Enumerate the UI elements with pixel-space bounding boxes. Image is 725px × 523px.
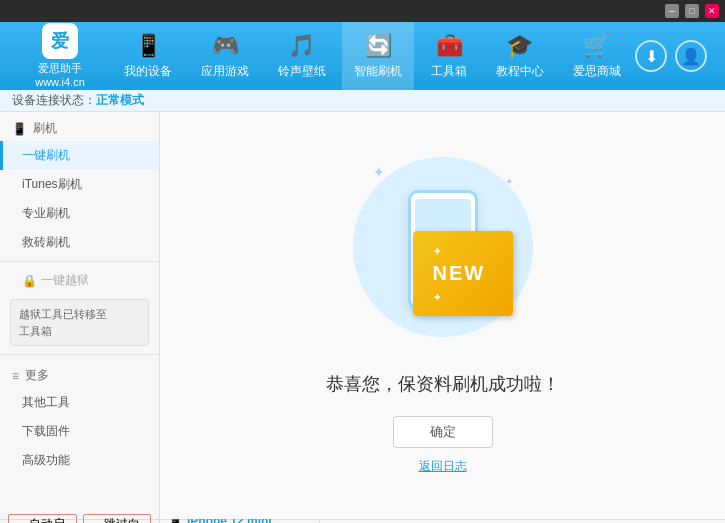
success-message: 恭喜您，保资料刷机成功啦！ (326, 372, 560, 396)
nav-apps-games-label: 应用游戏 (201, 63, 249, 80)
header-right: ⬇ 👤 (635, 40, 715, 72)
jailbreak-info-text: 越狱工具已转移至工具箱 (19, 308, 107, 337)
sidebar-item-advanced[interactable]: 高级功能 (0, 446, 159, 475)
other-tools-label: 其他工具 (22, 395, 70, 409)
skip-wizard-label: 跳过向导 (104, 516, 147, 524)
nav-tutorial-label: 教程中心 (496, 63, 544, 80)
nav-shop-label: 爱思商城 (573, 63, 621, 80)
connection-status-label: 设备连接状态： (12, 92, 96, 109)
nav-smart-flash-label: 智能刷机 (354, 63, 402, 80)
sidebar-item-one-click-flash[interactable]: 一键刷机 (0, 141, 159, 170)
download-button[interactable]: ⬇ (635, 40, 667, 72)
itunes-flash-label: iTunes刷机 (22, 177, 82, 191)
confirm-button-label: 确定 (430, 423, 456, 441)
sparkle-decoration-2: ✦ (505, 176, 513, 187)
connection-status-value: 正常模式 (96, 92, 144, 109)
skip-wizard-checkbox-label[interactable]: 跳过向导 (83, 514, 152, 524)
main-layout: 📱 刷机 一键刷机 iTunes刷机 专业刷机 救砖刷机 🔒 一键越狱 越狱工具… (0, 112, 725, 519)
back-to-log-link[interactable]: 返回日志 (419, 458, 467, 475)
tutorial-icon: 🎓 (506, 33, 533, 59)
account-button[interactable]: 👤 (675, 40, 707, 72)
auto-start-label: 自动启动 (29, 516, 72, 524)
advanced-label: 高级功能 (22, 453, 70, 467)
nav-toolbox[interactable]: 🧰 工具箱 (419, 22, 479, 90)
sidebar: 📱 刷机 一键刷机 iTunes刷机 专业刷机 救砖刷机 🔒 一键越狱 越狱工具… (0, 112, 160, 519)
maximize-button[interactable]: □ (685, 4, 699, 18)
sidebar-info-box: 越狱工具已转移至工具箱 (10, 299, 149, 346)
restore-flash-label: 救砖刷机 (22, 235, 70, 249)
connection-status-bar: 设备连接状态： 正常模式 (0, 90, 725, 112)
one-click-flash-label: 一键刷机 (22, 148, 70, 162)
nav-toolbox-label: 工具箱 (431, 63, 467, 80)
flash-section-icon: 📱 (12, 122, 27, 136)
nav-ringtone-label: 铃声壁纸 (278, 63, 326, 80)
nav-my-device-label: 我的设备 (124, 63, 172, 80)
nav-my-device[interactable]: 📱 我的设备 (112, 22, 184, 90)
ringtone-icon: 🎵 (288, 33, 315, 59)
minimize-button[interactable]: ─ (665, 4, 679, 18)
status-bar: 自动启动 跳过向导 📱 iPhone 12 mini 64GB Down-12m… (0, 519, 725, 523)
more-section-icon: ≡ (12, 369, 19, 383)
sidebar-divider-2 (0, 354, 159, 355)
main-content: ✦ ✦ NEW 恭喜您，保资料刷机成功啦！ 确定 返回日志 (160, 112, 725, 519)
logo-url: www.i4.cn (35, 75, 85, 89)
nav-items: 📱 我的设备 🎮 应用游戏 🎵 铃声壁纸 🔄 智能刷机 🧰 工具箱 🎓 教程中心… (110, 22, 635, 90)
sidebar-section-jailbreak: 🔒 一键越狱 (0, 266, 159, 295)
sidebar-section-more: ≡ 更多 (0, 359, 159, 388)
sidebar-item-pro-flash[interactable]: 专业刷机 (0, 199, 159, 228)
sidebar-item-restore-flash[interactable]: 救砖刷机 (0, 228, 159, 257)
pro-flash-label: 专业刷机 (22, 206, 70, 220)
my-device-icon: 📱 (135, 33, 162, 59)
sidebar-item-download-firmware[interactable]: 下载固件 (0, 417, 159, 446)
more-section-title: 更多 (25, 367, 49, 384)
nav-tutorial[interactable]: 🎓 教程中心 (484, 22, 556, 90)
new-banner: NEW (413, 231, 513, 316)
download-firmware-label: 下载固件 (22, 424, 70, 438)
smart-flash-icon: 🔄 (365, 33, 392, 59)
flash-section-title: 刷机 (33, 120, 57, 137)
auto-start-checkbox-label[interactable]: 自动启动 (8, 514, 77, 524)
success-illustration: ✦ ✦ NEW (343, 156, 543, 356)
nav-apps-games[interactable]: 🎮 应用游戏 (189, 22, 261, 90)
close-button[interactable]: ✕ (705, 4, 719, 18)
jailbreak-section-title: 一键越狱 (41, 272, 89, 289)
title-bar: ─ □ ✕ (0, 0, 725, 22)
sidebar-item-other-tools[interactable]: 其他工具 (0, 388, 159, 417)
logo-name: 爱思助手 (35, 61, 85, 75)
apps-games-icon: 🎮 (212, 33, 239, 59)
logo-text: 爱 (51, 29, 69, 53)
sidebar-section-flash: 📱 刷机 (0, 112, 159, 141)
header: 爱 爱思助手 www.i4.cn 📱 我的设备 🎮 应用游戏 🎵 铃声壁纸 🔄 … (0, 22, 725, 90)
nav-shop[interactable]: 🛒 爱思商城 (561, 22, 633, 90)
sidebar-item-itunes-flash[interactable]: iTunes刷机 (0, 170, 159, 199)
shop-icon: 🛒 (583, 33, 610, 59)
sidebar-divider-1 (0, 261, 159, 262)
toolbox-icon: 🧰 (436, 33, 463, 59)
logo-icon: 爱 (42, 23, 78, 59)
confirm-button[interactable]: 确定 (393, 416, 493, 448)
nav-ringtone[interactable]: 🎵 铃声壁纸 (266, 22, 338, 90)
nav-smart-flash[interactable]: 🔄 智能刷机 (342, 22, 414, 90)
lock-icon: 🔒 (22, 274, 37, 288)
sparkle-decoration: ✦ (373, 164, 385, 180)
logo-area: 爱 爱思助手 www.i4.cn (10, 23, 110, 90)
